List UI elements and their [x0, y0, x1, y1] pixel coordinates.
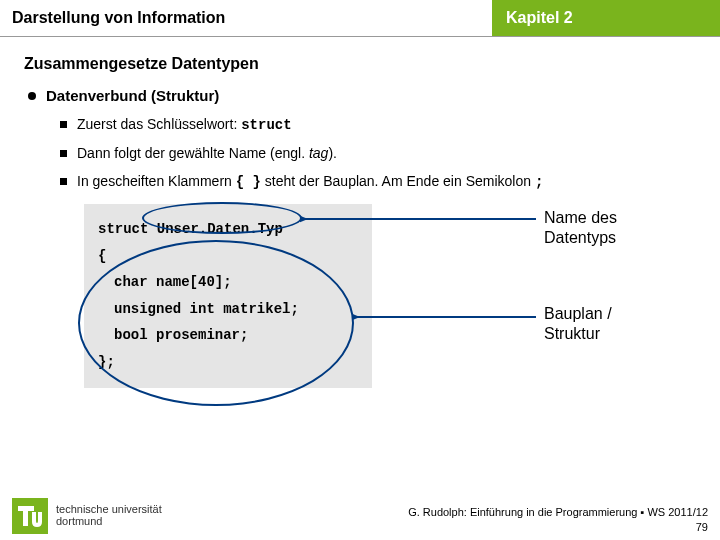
bullet-item-3-text: In gescheiften Klammern { } steht der Ba… — [77, 173, 543, 190]
b2-tag: tag — [309, 145, 328, 161]
annotation-body: Bauplan / Struktur — [544, 304, 612, 344]
header-title-left: Darstellung von Information — [0, 0, 492, 36]
section-title: Zusammengesetze Datentypen — [24, 55, 696, 73]
annot2-l1: Bauplan / — [544, 305, 612, 322]
code-line-3: char name[40]; — [114, 269, 358, 296]
code-line-6: }; — [98, 349, 358, 376]
b3-mid: steht der Bauplan. Am Ende ein Semikolon — [261, 173, 535, 189]
bullet-square-icon — [60, 121, 67, 128]
footer-logo-block: technische universität dortmund — [12, 498, 162, 534]
uni-line1: technische universität — [56, 503, 162, 515]
uni-name: technische universität dortmund — [56, 504, 162, 527]
bullet-level1: Datenverbund (Struktur) — [24, 87, 696, 104]
bullet-item-3: In gescheiften Klammern { } steht der Ba… — [60, 173, 696, 190]
code-annotation-area: struct Unser.Daten.Typ { char name[40]; … — [84, 204, 694, 424]
bullet-item-2-text: Dann folgt der gewählte Name (engl. tag)… — [77, 145, 337, 161]
slide-content: Zusammengesetze Datentypen Datenverbund … — [0, 37, 720, 424]
tu-logo-icon — [12, 498, 48, 534]
b1-pre: Zuerst das Schlüsselwort: — [77, 116, 241, 132]
annot2-l2: Struktur — [544, 325, 600, 342]
bullet-item-1-text: Zuerst das Schlüsselwort: struct — [77, 116, 292, 133]
bullet-item-1: Zuerst das Schlüsselwort: struct — [60, 116, 696, 133]
b3-semi: ; — [535, 174, 543, 190]
code-box: struct Unser.Daten.Typ { char name[40]; … — [84, 204, 372, 388]
b2-pre: Dann folgt der gewählte Name (engl. — [77, 145, 309, 161]
header-title-right: Kapitel 2 — [492, 0, 720, 36]
bullet-square-icon — [60, 150, 67, 157]
slide-footer: technische universität dortmund G. Rudol… — [0, 484, 720, 540]
level2-list: Zuerst das Schlüsselwort: struct Dann fo… — [60, 116, 696, 190]
annotation-typename: Name des Datentyps — [544, 208, 617, 248]
bullet-square-icon — [60, 178, 67, 185]
level1-text: Datenverbund (Struktur) — [46, 87, 219, 104]
footer-page-num: 79 — [696, 521, 708, 533]
bullet-item-2: Dann folgt der gewählte Name (engl. tag)… — [60, 145, 696, 161]
bullet-disc-icon — [28, 92, 36, 100]
b2-post: ). — [328, 145, 337, 161]
footer-right-text: G. Rudolph: Einführung in die Programmie… — [408, 506, 708, 518]
code-line-4: unsigned int matrikel; — [114, 296, 358, 323]
annot1-l1: Name des — [544, 209, 617, 226]
uni-line2: dortmund — [56, 515, 102, 527]
b1-code: struct — [241, 117, 291, 133]
slide-header: Darstellung von Information Kapitel 2 — [0, 0, 720, 37]
arrow-body-icon — [352, 308, 540, 326]
b3-code: { } — [236, 174, 261, 190]
annot1-l2: Datentyps — [544, 229, 616, 246]
code-line-1: struct Unser.Daten.Typ — [98, 216, 358, 243]
footer-credits: G. Rudolph: Einführung in die Programmie… — [408, 505, 708, 534]
b3-pre: In gescheiften Klammern — [77, 173, 236, 189]
code-line-2: { — [98, 243, 358, 270]
svg-rect-2 — [12, 498, 48, 534]
svg-rect-4 — [23, 506, 28, 526]
code-line-5: bool proseminar; — [114, 322, 358, 349]
